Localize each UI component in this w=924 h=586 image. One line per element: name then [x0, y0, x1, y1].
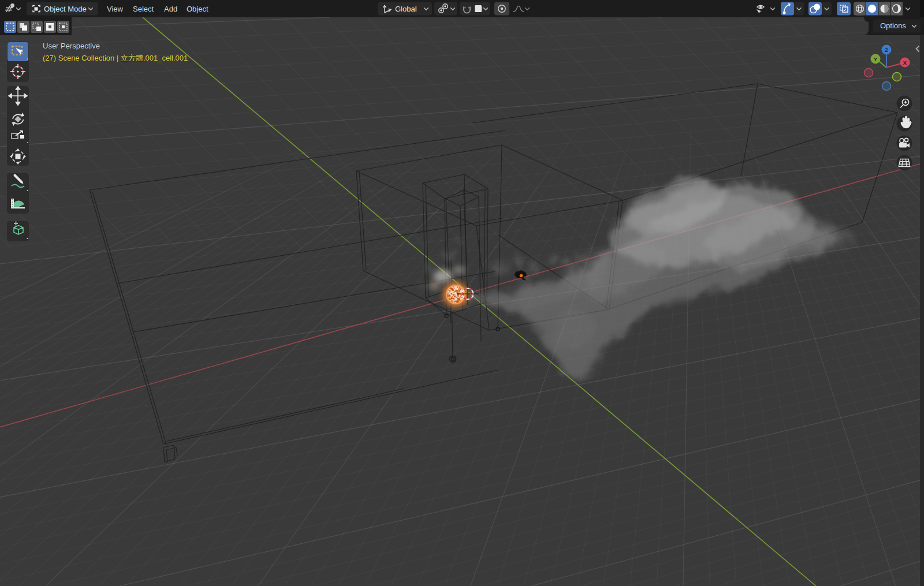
svg-text:Global: Global	[395, 5, 417, 13]
svg-text:Object Mode: Object Mode	[44, 5, 87, 13]
svg-text:Object: Object	[187, 5, 208, 13]
svg-text:View: View	[107, 5, 124, 13]
svg-text:X: X	[903, 59, 907, 66]
svg-text:Select: Select	[133, 5, 154, 13]
svg-text:Z: Z	[885, 47, 888, 53]
svg-text:User Perspective: User Perspective	[43, 42, 100, 50]
svg-text:Options: Options	[880, 21, 906, 30]
svg-text:(27) Scene Collection | 立方體.00: (27) Scene Collection | 立方體.001_cell.001	[43, 54, 188, 62]
svg-text:Add: Add	[164, 5, 177, 13]
svg-text:Y: Y	[874, 56, 878, 62]
